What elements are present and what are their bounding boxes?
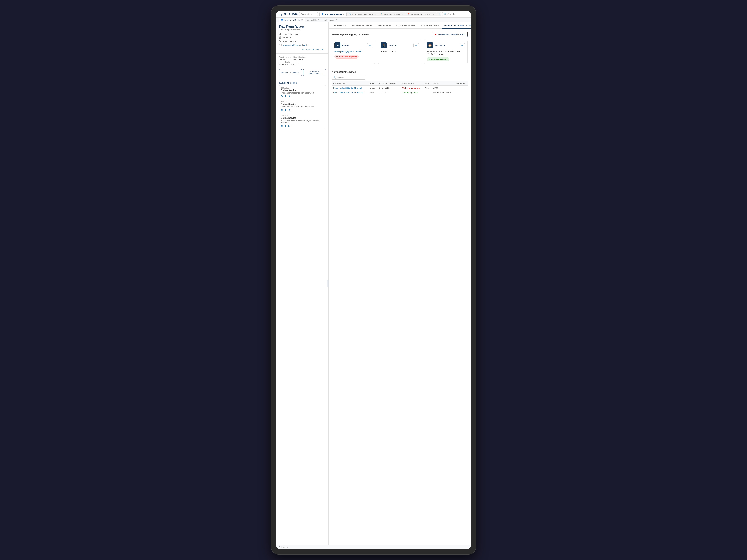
search-icon: 🔍 (333, 76, 336, 79)
refresh-icon[interactable]: ↻ (281, 125, 283, 128)
nav-tab-close[interactable]: ✕ (433, 13, 435, 15)
tab-label: KUNDENHISTORIE (396, 24, 415, 27)
sub-tab-cvplupda[interactable]: cvPLUpda... ✕ (322, 18, 339, 22)
search-input[interactable] (447, 13, 466, 16)
card-title: E-Mail (342, 44, 349, 47)
sub-tab-bar: 👤 Frau Petra Reuter ✕ a1S7a00... ✕ cvPLU… (276, 18, 471, 22)
refresh-icon[interactable]: ↻ (281, 108, 283, 111)
email-link[interactable]: reuterpetra@gmx.de.invalid (334, 50, 362, 53)
contact-points-table: Kontaktpunkt Kanal Erfassungsdatum Einwi… (332, 81, 468, 95)
sub-tab-petra[interactable]: 👤 Frau Petra Reuter ✕ (279, 18, 305, 22)
app-logo: Kunde (279, 12, 298, 16)
tab-verbrauch[interactable]: VERBRAUCH (375, 22, 393, 29)
accounts-dropdown[interactable]: Accounts ▾ (299, 12, 318, 16)
search-box[interactable]: 🔍 (442, 12, 468, 16)
nav-tab-petra-reuter[interactable]: 👤 Frau Petra Reuter ✕ (319, 12, 346, 16)
phone-icon (279, 40, 282, 43)
sidebar-customer-type: Geschäftspartner Privat (279, 28, 326, 31)
col-quelle: Quelle (432, 81, 455, 86)
sidebar-action-buttons: Benutzer abmelden Passwort zurücksetzen (276, 68, 329, 77)
tab-kundenhistorie[interactable]: KUNDENHISTORIE (393, 22, 418, 29)
reset-password-button[interactable]: Passwort zurücksetzen (303, 69, 326, 76)
kontaktpunkt-link[interactable]: Petra Reuter-2022-03-01-mailing (333, 91, 363, 94)
status-value: Registriert (293, 58, 306, 60)
nav-tab-close[interactable]: ✕ (374, 13, 376, 15)
main-content: ÜBERBLICK RECHNUNGSINFOS VERBRAUCH KUNDE… (329, 22, 471, 545)
accounts-label: Accounts (301, 13, 310, 16)
row-quelle: EPIS (432, 86, 455, 90)
screen: Kunde Accounts ▾ 👤 Frau Petra Reuter ✕ 🔧… (276, 11, 471, 549)
tab-label: MARKETINGEINWILLIGUNG (444, 24, 471, 27)
tab-bar: 👤 Frau Petra Reuter ✕ 🔧 OmniStudio FlexC… (319, 12, 441, 16)
sidebar-birth-date: 01.04.1956 (283, 36, 293, 39)
nav-tab-assets[interactable]: 📋 All Assets | Assets ✕ (378, 12, 405, 16)
upload-icon[interactable]: ⬆ (284, 125, 287, 128)
row-doi (423, 90, 432, 95)
bottom-bar: ⏱ History (276, 545, 471, 549)
tab-rechnungsinfos[interactable]: RECHNUNGSINFOS (349, 22, 375, 29)
phone-card-icon: 📱 (381, 43, 387, 48)
telefon-edit-button[interactable]: ✏ (413, 43, 419, 47)
sub-tab-close[interactable]: ✕ (301, 19, 303, 21)
sidebar-divider (276, 53, 329, 54)
history-desc: Preisänderungsschreiben abgerufen (281, 105, 324, 108)
sub-tab-label: cvPLUpda... (324, 19, 335, 21)
nav-tab-omniscript[interactable]: 📄 Omniscript Designer ✕ (437, 12, 441, 16)
row-kontaktpunkt: Petra Reuter-2022-03-01-email (332, 86, 368, 90)
sub-tab-a1s7a[interactable]: a1S7a00... ✕ (306, 18, 321, 22)
sidebar-email-link[interactable]: reuterpetra@gmx.de.invalid (283, 44, 308, 46)
tab-marketingeinwilligung[interactable]: MARKETINGEINWILLIGUNG (442, 22, 471, 29)
map-icon: 📍 (407, 13, 410, 16)
email-edit-button[interactable]: ✏ (367, 43, 372, 47)
cp-search-row[interactable]: 🔍 (332, 75, 365, 80)
anschrift-status-badge: ✓ Einwilligung erteilt (427, 57, 449, 61)
tab-ueberblick[interactable]: ÜBERBLICK (332, 22, 349, 29)
nav-tab-close[interactable]: ✕ (401, 13, 403, 15)
kontaktpunkt-link[interactable]: Petra Reuter-2022-03-01-email (333, 87, 362, 89)
nav-tab-label: OmniStudio FlexCards (353, 13, 373, 16)
email-card-value: reuterpetra@gmx.de.invalid (334, 50, 372, 53)
tab-label: ÜBERBLICK (334, 24, 346, 27)
row-gueltig-ab (455, 90, 468, 95)
sidebar-login-row: Letzter Login 15.11.2013 06:24:11 (279, 61, 326, 65)
monitor-icon[interactable]: 🖥 (288, 95, 291, 98)
history-date: 20.6.2022 (281, 101, 324, 103)
monitor-icon[interactable]: 🖥 (288, 108, 291, 111)
anschrift-edit-button[interactable]: ✏ (460, 43, 465, 47)
deny-all-button[interactable]: ⊖ Alle Einwilligungen verweigern (432, 32, 468, 37)
email-icon[interactable]: ✉ (288, 125, 290, 128)
consent-card-telefon: 📱 Telefon ✏ +49611370814 (378, 39, 421, 64)
card-title-row: 📱 Telefon (381, 43, 396, 48)
download-icon[interactable]: ⬇ (284, 108, 287, 111)
sidebar-birth-row: 01.04.1956 (279, 36, 326, 39)
row-kanal: E-Mail (368, 86, 378, 90)
history-desc: Info über neues Preisänderungsschreiben … (281, 119, 324, 124)
sidebar-collapse-button[interactable]: ‹ (327, 280, 329, 288)
history-section: Kundenhistorie 20.6.2022 Online Service … (276, 80, 329, 131)
anschrift-card-value: Schiersteiner Str. 35 B Wiesbaden 65187 … (427, 50, 465, 55)
nav-tab-omnistudio[interactable]: 🔧 OmniStudio FlexCards ✕ (347, 12, 378, 16)
refresh-icon[interactable]: ↻ (281, 95, 283, 98)
sub-tab-close[interactable]: ✕ (318, 19, 319, 21)
card-header: ✉ E-Mail ✏ (334, 43, 372, 48)
sub-tab-close[interactable]: ✕ (336, 19, 337, 21)
status-group: Registrierstatus Registriert (293, 56, 306, 60)
sidebar-username-row: Benutzername petreu Registrierstatus Reg… (279, 56, 326, 60)
tab-abschlagsplan[interactable]: ABSCHLAGSPLAN (418, 22, 442, 29)
download-icon[interactable]: ⬇ (284, 95, 287, 98)
card-title-row: ✉ E-Mail (334, 43, 349, 48)
email-status-badge: ⊖ Werbeverweigerung (334, 55, 359, 59)
telefon-card-value: +49611370814 (381, 50, 418, 53)
logout-button[interactable]: Benutzer abmelden (279, 69, 302, 76)
tree-icon (283, 12, 287, 16)
row-erfassungsdatum: 27.07.2021 (378, 86, 400, 90)
nav-tab-aachener[interactable]: 📍 Aachener Str. 1351 S... ✕ (405, 12, 437, 16)
table-row: Petra Reuter-2022-03-01-mailing Web 01.0… (332, 90, 468, 95)
address-card-icon: 🏠 (427, 43, 433, 48)
show-contacts-button[interactable]: Alle Kontakte anzeigen (279, 47, 326, 52)
calendar-icon (279, 36, 282, 39)
nav-tab-close[interactable]: ✕ (343, 13, 344, 15)
cp-search-input[interactable] (337, 76, 361, 79)
tab-label: ABSCHLAGSPLAN (420, 24, 439, 27)
svg-point-0 (280, 33, 281, 34)
